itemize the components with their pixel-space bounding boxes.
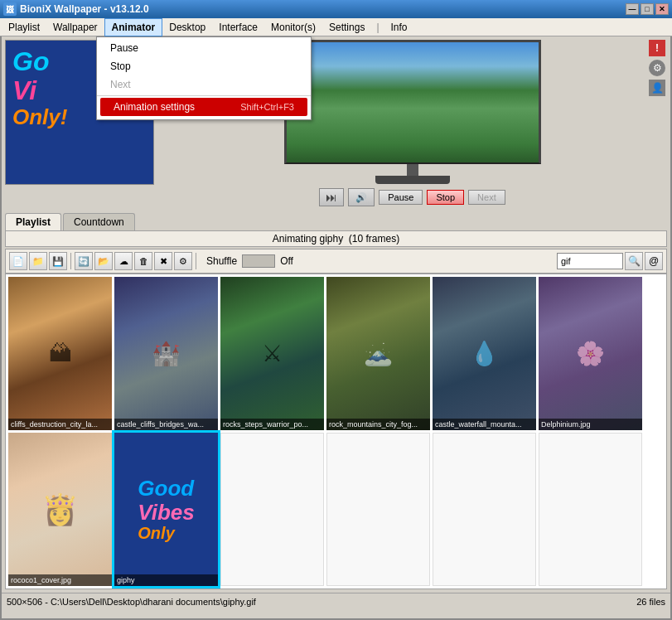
grid-item-label: giphy <box>114 574 218 586</box>
open-button[interactable]: 📁 <box>29 252 47 270</box>
grid-item-label: castle_cliffs_bridges_wa... <box>114 419 218 430</box>
tab-playlist[interactable]: Playlist <box>5 213 61 230</box>
delete-button[interactable]: 🗑 <box>134 252 152 270</box>
grid-item-label: rock_mountains_city_fog... <box>326 419 430 430</box>
grid-item-empty-2 <box>326 433 430 586</box>
right-panel-icons: ! ⚙ 👤 <box>649 40 665 96</box>
monitor-screen <box>284 40 541 164</box>
stop-button[interactable]: Stop <box>427 190 464 205</box>
save-button[interactable]: 💾 <box>49 252 67 270</box>
bottom-status-bar: 500×506 - C:\Users\Dell\Desktop\dharani … <box>2 593 670 609</box>
remove-button[interactable]: ✖ <box>154 252 172 270</box>
menu-info[interactable]: Info <box>384 18 414 36</box>
menu-wallpaper[interactable]: Wallpaper <box>46 18 104 36</box>
grid-wrapper: 🏔 cliffs_destruction_city_la... 🏰 castle… <box>5 274 667 589</box>
menu-animator[interactable]: Animator <box>104 18 163 36</box>
monitor-bezel <box>284 40 541 184</box>
new-playlist-button[interactable]: 📄 <box>9 252 27 270</box>
volume-button[interactable]: 🔊 <box>348 188 375 206</box>
next-button[interactable]: Next <box>468 190 505 205</box>
animating-status: Animating giphy (10 frames) <box>5 230 667 247</box>
menu-playlist[interactable]: Playlist <box>2 18 46 36</box>
giphy-good-vibes-text: Good Vibes Only <box>138 477 194 542</box>
grid-item-empty-1 <box>220 433 324 586</box>
grid-item-label: cliffs_destruction_city_la... <box>8 419 112 430</box>
animator-dropdown: Pause Stop Next Animation settings Shift… <box>96 36 312 120</box>
window-controls[interactable]: — □ ✕ <box>626 3 669 15</box>
toolbar-separator-1 <box>70 253 71 269</box>
grid-item-label: rocks_steps_warrior_po... <box>220 419 324 430</box>
grid-item-giphy[interactable]: Good Vibes Only giphy <box>114 433 218 586</box>
menu-desktop[interactable]: Desktop <box>162 18 212 36</box>
title-bar: 🖼 BioniX Wallpaper - v13.12.0 — □ ✕ <box>0 0 672 18</box>
toolbar-separator-2 <box>196 253 196 269</box>
menu-next: Next <box>97 75 311 94</box>
grid-item-waterfall[interactable]: 💧 castle_waterfall_mounta... <box>433 277 536 430</box>
shuffle-label: Shuffle <box>206 255 237 267</box>
menu-separator-line <box>97 95 311 96</box>
minimize-button[interactable]: — <box>626 3 639 15</box>
tabs-area: Playlist Countdown <box>2 210 670 230</box>
close-button[interactable]: ✕ <box>655 3 669 15</box>
grid-item-cliffs[interactable]: 🏔 cliffs_destruction_city_la... <box>8 277 112 430</box>
grid-item-rococo[interactable]: 👸 rococo1_cover.jpg <box>8 433 112 586</box>
main-window: Go Vi Only! ⏭ 🔊 Pause Stop Next <box>0 36 672 620</box>
content-area: Animating giphy (10 frames) 📄 📁 💾 🔄 📂 ☁ … <box>2 230 670 593</box>
at-button[interactable]: @ <box>645 252 663 270</box>
warning-icon[interactable]: ! <box>649 40 665 56</box>
shuffle-toggle[interactable] <box>242 254 275 268</box>
grid-item-delphinium[interactable]: 🌸 Delphinium.jpg <box>539 277 642 430</box>
menu-settings[interactable]: Settings <box>322 18 371 36</box>
gear-icon[interactable]: ⚙ <box>649 60 665 76</box>
grid-item-label: rococo1_cover.jpg <box>8 574 112 586</box>
open-file-button[interactable]: 📂 <box>94 252 113 270</box>
grid-item-empty-3 <box>433 433 536 586</box>
pause-button[interactable]: Pause <box>379 190 423 205</box>
toolbar: 📄 📁 💾 🔄 📂 ☁ 🗑 ✖ ⚙ Shuffle Off 🔍 @ <box>5 249 667 274</box>
search-button[interactable]: 🔍 <box>625 252 643 270</box>
grid-item-mountains[interactable]: 🗻 rock_mountains_city_fog... <box>326 277 430 430</box>
grid-scroll[interactable]: 🏔 cliffs_destruction_city_la... 🏰 castle… <box>5 274 667 589</box>
search-input[interactable] <box>557 253 623 269</box>
settings-button[interactable]: ⚙ <box>174 252 192 270</box>
app-icon: 🖼 <box>3 2 17 16</box>
shuffle-off-label: Off <box>280 255 293 267</box>
grid-item-label: Delphinium.jpg <box>539 419 642 430</box>
monitor-base <box>375 176 450 184</box>
maximize-button[interactable]: □ <box>641 3 654 15</box>
monitor-neck <box>407 164 418 176</box>
menu-monitors[interactable]: Monitor(s) <box>264 18 322 36</box>
grid-item-rocks[interactable]: ⚔ rocks_steps_warrior_po... <box>220 277 324 430</box>
refresh-button[interactable]: 🔄 <box>75 252 93 270</box>
search-box: 🔍 @ <box>557 252 663 270</box>
menu-separator: | <box>371 22 384 33</box>
media-controls: ⏭ 🔊 Pause Stop Next <box>319 188 505 206</box>
menu-pause[interactable]: Pause <box>97 39 311 57</box>
window-title: BioniX Wallpaper - v13.12.0 <box>20 3 626 15</box>
file-count: 26 files <box>636 597 665 607</box>
tab-countdown[interactable]: Countdown <box>63 213 135 230</box>
monitor-wallpaper <box>287 42 539 162</box>
user-icon[interactable]: 👤 <box>649 80 665 96</box>
skip-button[interactable]: ⏭ <box>319 188 344 206</box>
grid-item-castle-cliffs[interactable]: 🏰 castle_cliffs_bridges_wa... <box>114 277 218 430</box>
cloud-button[interactable]: ☁ <box>114 252 133 270</box>
grid-item-empty-4 <box>539 433 642 586</box>
menu-bar: Playlist Wallpaper Animator Desktop Inte… <box>0 18 672 36</box>
menu-stop[interactable]: Stop <box>97 57 311 75</box>
grid-inner: 🏔 cliffs_destruction_city_la... 🏰 castle… <box>6 274 666 589</box>
menu-interface[interactable]: Interface <box>212 18 264 36</box>
file-path: 500×506 - C:\Users\Dell\Desktop\dharani … <box>7 597 256 607</box>
menu-animation-settings[interactable]: Animation settings Shift+Ctrl+F3 <box>100 98 307 116</box>
grid-item-label: castle_waterfall_mounta... <box>433 419 536 430</box>
